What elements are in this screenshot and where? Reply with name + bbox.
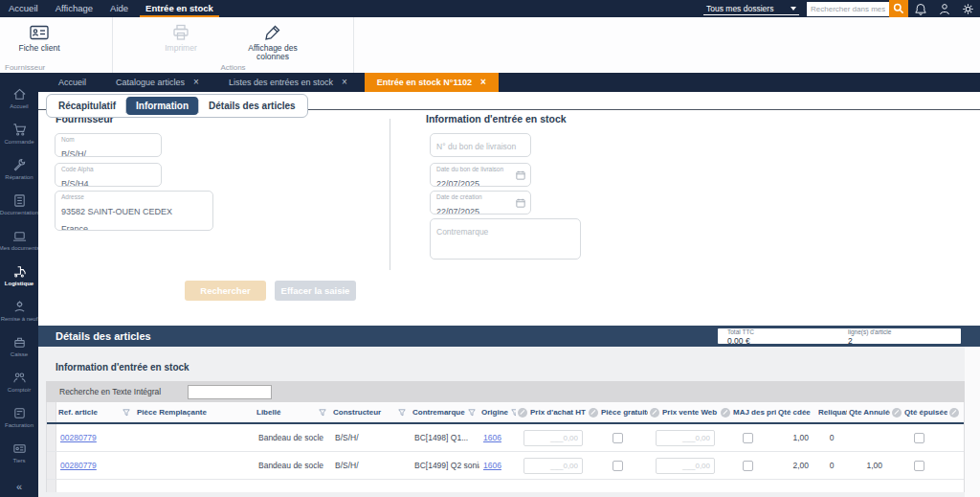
tab-details-articles[interactable]: Détails des articles <box>199 95 305 117</box>
notifications-button[interactable] <box>908 0 932 17</box>
pen-columns-icon <box>263 23 282 42</box>
maj-des-prix-checkbox[interactable] <box>743 461 753 471</box>
left-sidebar: Accueil Commande Réparation Documentatio… <box>0 73 38 497</box>
search-button[interactable] <box>889 0 908 17</box>
close-icon[interactable]: × <box>342 78 347 87</box>
total-ttc-stat: Total TTC 0,00 € <box>727 328 754 345</box>
delivery-note-date-field[interactable]: Date du bon de livraison 22/07/2025 <box>430 163 531 187</box>
doc-tab-catalogue-articles[interactable]: Catalogue articles × <box>103 73 212 92</box>
col-reliquat[interactable]: Reliquat <box>816 402 847 422</box>
col-ref-article[interactable]: Ref. article <box>56 402 135 422</box>
ref-article-link[interactable]: 00280779 <box>60 433 97 442</box>
cart-icon <box>12 123 27 137</box>
affichage-colonnes-label: Affichage des colonnes <box>235 44 310 61</box>
calendar-icon[interactable] <box>516 170 525 180</box>
origine-link[interactable]: 1606 <box>483 461 501 470</box>
table-row[interactable]: 00280779 Bandeau de socle B/S/H/ BC[1498… <box>47 424 964 452</box>
col-label: Prix d'achat HT <box>530 408 586 417</box>
article-lines-value: 2 <box>848 337 891 345</box>
qte-epuisee-checkbox[interactable] <box>914 433 924 443</box>
ref-article-link[interactable]: 00280779 <box>60 461 97 470</box>
folder-filter-dropdown[interactable]: Tous mes dossiers <box>703 2 799 15</box>
filter-icon[interactable] <box>398 409 409 417</box>
account-button[interactable] <box>932 0 956 17</box>
doc-tab-accueil[interactable]: Accueil <box>46 73 99 92</box>
qte-epuisee-checkbox[interactable] <box>914 461 924 471</box>
close-icon[interactable]: × <box>193 78 199 87</box>
sidebar-item-remise-a-neuf[interactable]: Remise à neuf <box>0 293 38 328</box>
delivery-note-number-field[interactable]: N° du bon de livraison <box>430 133 531 157</box>
col-constructeur[interactable]: Constructeur <box>331 402 411 422</box>
origine-link[interactable]: 1606 <box>483 433 501 442</box>
sidebar-item-commande[interactable]: Commande <box>0 116 38 151</box>
prix-achat-input[interactable] <box>523 430 583 446</box>
editable-pencil-icon <box>949 408 959 418</box>
prix-achat-input[interactable] <box>523 458 583 474</box>
menu-aide[interactable]: Aide <box>101 0 137 17</box>
calendar-icon[interactable] <box>516 198 525 208</box>
sidebar-item-documentation[interactable]: Documentation <box>0 187 38 222</box>
supplier-address-field[interactable]: Adresse 93582 SAINT-OUEN CEDEX France <box>55 191 213 231</box>
table-row[interactable]: 00280779 Bandeau de socle B/S/H/ BC[1499… <box>47 452 964 480</box>
sidebar-item-logistique[interactable]: Logistique <box>0 258 38 293</box>
doc-tab-entree-en-stock[interactable]: Entrée en stock N°1102 × <box>365 73 499 92</box>
supplier-code-alpha-value: B/S/H4 <box>61 179 89 187</box>
filter-icon[interactable] <box>122 409 133 417</box>
row-selector[interactable] <box>47 424 56 451</box>
rechercher-button[interactable]: Rechercher <box>185 281 266 301</box>
sidebar-item-comptoir[interactable]: Comptoir <box>0 364 38 399</box>
tab-recapitulatif[interactable]: Récapitulatif <box>49 95 125 117</box>
ribbon-toolbar: Fiche client Fournisseur Imprimer Affich… <box>0 17 980 73</box>
piece-gratuite-checkbox[interactable] <box>612 433 623 443</box>
sidebar-label: Remise à neuf <box>1 316 38 322</box>
col-maj-des-prix[interactable]: MAJ des prix <box>719 402 776 422</box>
col-qte-epuisee[interactable]: Qté épuisée <box>890 402 947 422</box>
row-selector[interactable] <box>47 452 56 479</box>
sidebar-item-accueil[interactable]: Accueil <box>0 80 38 116</box>
col-qte-cdee[interactable]: Qté cdée <box>776 402 816 422</box>
piece-gratuite-checkbox[interactable] <box>612 461 623 471</box>
fulltext-search-input[interactable] <box>188 385 272 399</box>
sidebar-item-tiers[interactable]: Tiers <box>0 435 38 470</box>
sidebar-item-reparation[interactable]: Réparation <box>0 151 38 187</box>
prix-vente-web-input[interactable] <box>656 430 715 446</box>
maj-des-prix-checkbox[interactable] <box>743 433 753 443</box>
sidebar-collapse-button[interactable]: « <box>16 481 22 497</box>
supplier-code-alpha-field[interactable]: Code Alpha B/S/H4 <box>55 163 162 187</box>
contremarque-field[interactable]: Contremarque <box>430 218 581 260</box>
prix-vente-web-input[interactable] <box>656 458 715 474</box>
col-contremarque[interactable]: Contremarque <box>411 402 479 422</box>
person-icon <box>939 3 950 15</box>
col-origine[interactable]: Origine <box>479 402 516 422</box>
col-prix-achat[interactable]: Prix d'achat HT <box>516 402 587 422</box>
sidebar-item-caisse[interactable]: Caisse <box>0 328 38 364</box>
effacer-saisie-button[interactable]: Effacer la saisie <box>275 281 356 301</box>
sidebar-item-mes-documents[interactable]: Mes documents <box>0 222 38 258</box>
col-qte-annulee[interactable]: Qte Annulée <box>847 402 890 422</box>
affichage-colonnes-button[interactable]: Affichage des colonnes <box>235 20 310 61</box>
doc-tab-listes-entrees[interactable]: Listes des entrées en stock × <box>216 73 360 92</box>
supplier-name-field[interactable]: Nom B/S/H/ <box>55 133 162 157</box>
col-libelle[interactable]: Libellé <box>255 402 331 422</box>
filter-icon[interactable] <box>319 409 329 417</box>
close-icon[interactable]: × <box>480 78 486 87</box>
qte-cdee-cell: 1,00 <box>776 433 816 442</box>
sidebar-item-facturation[interactable]: Facturation <box>0 399 38 435</box>
tab-information[interactable]: Information <box>126 97 198 115</box>
total-ttc-value: 0,00 € <box>727 337 754 345</box>
imprimer-button[interactable]: Imprimer <box>149 20 212 53</box>
menu-accueil[interactable]: Accueil <box>0 0 47 17</box>
settings-button[interactable] <box>956 0 980 17</box>
filter-icon[interactable] <box>468 409 479 417</box>
menu-entree-en-stock[interactable]: Entrée en stock <box>137 0 222 17</box>
col-prix-vente-web[interactable]: Prix vente Web <box>648 402 719 422</box>
menu-affichage[interactable]: Affichage <box>47 0 101 17</box>
col-piece-remplacante[interactable]: Pièce Remplaçante <box>135 402 255 422</box>
field-label: Date de création <box>436 193 524 201</box>
col-piece-gratuite[interactable]: Pièce gratuite <box>587 402 648 422</box>
fiche-client-button[interactable]: Fiche client <box>8 20 71 53</box>
col-label: Contremarque <box>412 408 465 417</box>
details-articles-title: Détails des articles <box>56 326 151 347</box>
global-search-input[interactable] <box>807 2 889 16</box>
creation-date-field[interactable]: Date de création 22/07/2025 <box>430 191 531 215</box>
